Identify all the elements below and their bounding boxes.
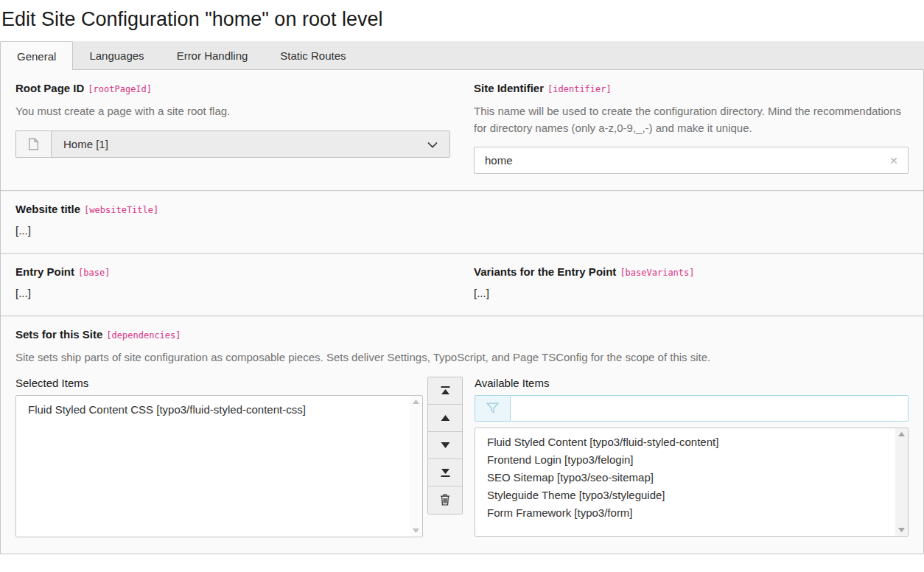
selected-item[interactable]: Fluid Styled Content CSS [typo3/fluid-st… — [16, 401, 405, 419]
field-description: This name will be used to create the con… — [474, 103, 909, 136]
delete-button[interactable] — [428, 486, 462, 514]
chevron-down-icon — [427, 138, 438, 150]
section-root-and-identifier: Root Page ID[rootPageId] You must create… — [1, 70, 923, 190]
root-page-select-group: Home [1] — [15, 130, 450, 158]
field-code: [identifier] — [544, 84, 612, 94]
move-to-bottom-button[interactable] — [428, 459, 462, 486]
website-title-collapsed-value[interactable]: [...] — [15, 224, 909, 237]
scroll-down-icon — [413, 529, 419, 533]
page-icon — [15, 130, 51, 158]
general-tab-panel: Root Page ID[rootPageId] You must create… — [0, 69, 924, 554]
available-item[interactable]: Styleguide Theme [typo3/styleguide] — [475, 486, 890, 504]
entry-point-collapsed-value[interactable]: [...] — [15, 287, 450, 299]
field-code: [dependencies] — [102, 330, 181, 341]
field-label: Variants for the Entry Point[baseVariant… — [474, 265, 909, 278]
available-item[interactable]: Frontend Login [typo3/felogin] — [475, 451, 890, 469]
field-description: You must create a page with a site root … — [15, 103, 450, 120]
clear-icon[interactable]: ✕ — [886, 147, 901, 174]
tab-error-handling[interactable]: Error Handling — [161, 41, 265, 69]
move-up-icon — [441, 415, 450, 421]
move-up-button[interactable] — [428, 405, 462, 432]
page-title: Edit Site Configuration "home" on root l… — [0, 0, 924, 41]
field-code: [rootPageId] — [84, 84, 152, 94]
available-item[interactable]: Fluid Styled Content [typo3/fluid-styled… — [475, 433, 890, 451]
available-items-filter — [475, 395, 909, 422]
available-item[interactable]: Form Framework [typo3/form] — [475, 504, 890, 522]
scroll-up-icon — [413, 400, 419, 404]
field-label: Website title[websiteTitle] — [15, 203, 909, 215]
field-code: [baseVariants] — [616, 268, 694, 278]
section-entry-point: Entry Point[base] [...] Variants for the… — [1, 253, 923, 315]
filter-funnel-icon — [475, 395, 510, 422]
root-page-select[interactable]: Home [1] — [51, 130, 450, 158]
field-label-text: Entry Point — [15, 265, 74, 278]
selected-items-listbox[interactable]: Fluid Styled Content CSS [typo3/fluid-st… — [15, 395, 423, 537]
available-items-listbox[interactable]: Fluid Styled Content [typo3/fluid-styled… — [475, 428, 909, 537]
site-identifier-input[interactable] — [474, 147, 909, 174]
field-site-identifier: Site Identifier[identifier] This name wi… — [474, 82, 909, 174]
field-label-text: Site Identifier — [474, 82, 544, 94]
section-dependencies: Sets for this Site[dependencies] Site se… — [1, 315, 923, 554]
scroll-up-icon — [898, 432, 905, 436]
available-item[interactable]: SEO Sitemap [typo3/seo-sitemap] — [475, 469, 890, 486]
move-down-button[interactable] — [428, 432, 462, 459]
root-page-select-value: Home [1] — [63, 138, 108, 150]
field-label: Sets for this Site[dependencies] — [15, 328, 909, 341]
filter-input[interactable] — [510, 395, 909, 422]
field-label-text: Sets for this Site — [15, 328, 102, 341]
tab-general[interactable]: General — [0, 41, 73, 70]
field-label-text: Website title — [15, 203, 80, 215]
field-label-text: Variants for the Entry Point — [474, 265, 616, 278]
selected-items-scrollbar[interactable] — [410, 396, 422, 537]
available-items-scrollbar[interactable] — [895, 428, 908, 536]
available-items-label: Available Items — [475, 377, 909, 389]
section-website-title: Website title[websiteTitle] [...] — [1, 190, 923, 253]
trash-icon — [440, 494, 450, 506]
tab-bar: General Languages Error Handling Static … — [0, 41, 924, 69]
field-code: [base] — [74, 268, 110, 278]
field-label: Entry Point[base] — [15, 265, 450, 278]
field-label-text: Root Page ID — [15, 82, 84, 94]
move-down-icon — [441, 442, 450, 448]
field-entry-point-variants: Variants for the Entry Point[baseVariant… — [474, 265, 909, 299]
entry-point-variants-collapsed-value[interactable]: [...] — [474, 287, 909, 299]
field-label: Root Page ID[rootPageId] — [15, 82, 450, 94]
field-entry-point: Entry Point[base] [...] — [15, 265, 450, 299]
scroll-down-icon — [898, 528, 905, 532]
move-to-top-icon — [441, 386, 450, 395]
field-label: Site Identifier[identifier] — [474, 82, 909, 94]
field-code: [websiteTitle] — [80, 205, 158, 215]
selected-items-controls — [427, 377, 463, 515]
field-root-page-id: Root Page ID[rootPageId] You must create… — [15, 82, 450, 174]
tab-static-routes[interactable]: Static Routes — [264, 41, 362, 69]
move-to-top-button[interactable] — [428, 377, 462, 405]
field-description: Site sets ship parts of site configurati… — [15, 349, 909, 366]
move-to-bottom-icon — [441, 468, 450, 477]
selected-items-label: Selected Items — [15, 377, 423, 389]
tab-languages[interactable]: Languages — [73, 41, 160, 69]
